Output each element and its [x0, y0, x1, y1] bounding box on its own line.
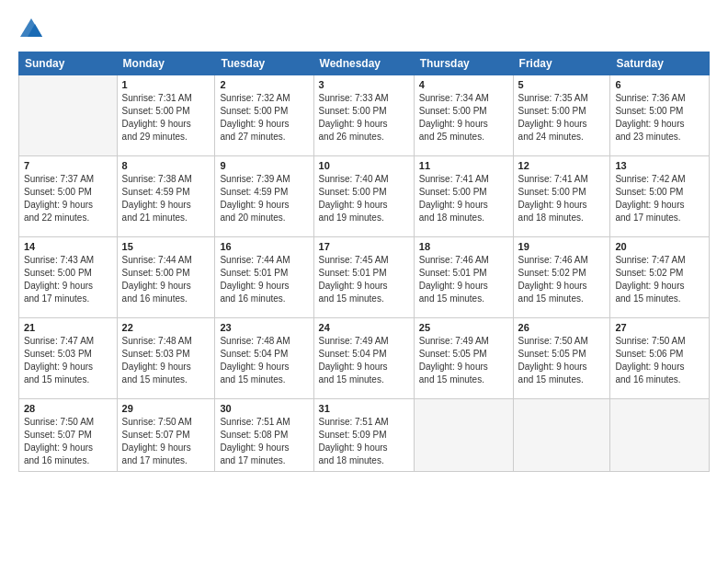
col-header-monday: Monday — [117, 52, 215, 75]
day-info: Sunrise: 7:44 AMSunset: 5:00 PMDaylight:… — [122, 254, 210, 305]
day-info: Sunrise: 7:45 AMSunset: 5:01 PMDaylight:… — [319, 254, 409, 305]
day-cell: 14Sunrise: 7:43 AMSunset: 5:00 PMDayligh… — [19, 237, 118, 318]
day-cell: 9Sunrise: 7:39 AMSunset: 4:59 PMDaylight… — [215, 156, 313, 237]
day-number: 19 — [518, 241, 606, 252]
day-cell: 21Sunrise: 7:47 AMSunset: 5:03 PMDayligh… — [19, 318, 118, 399]
day-number: 8 — [122, 160, 210, 171]
day-number: 29 — [122, 403, 210, 414]
day-info: Sunrise: 7:46 AMSunset: 5:01 PMDaylight:… — [419, 254, 508, 305]
day-number: 13 — [615, 160, 704, 171]
col-header-sunday: Sunday — [19, 52, 118, 75]
week-row-1: 1Sunrise: 7:31 AMSunset: 5:00 PMDaylight… — [19, 75, 710, 156]
day-cell: 20Sunrise: 7:47 AMSunset: 5:02 PMDayligh… — [610, 237, 710, 318]
day-number: 28 — [24, 403, 112, 414]
header-row: SundayMondayTuesdayWednesdayThursdayFrid… — [19, 52, 710, 75]
col-header-tuesday: Tuesday — [215, 52, 313, 75]
day-cell: 8Sunrise: 7:38 AMSunset: 4:59 PMDaylight… — [117, 156, 215, 237]
day-cell: 7Sunrise: 7:37 AMSunset: 5:00 PMDaylight… — [19, 156, 118, 237]
day-number: 20 — [615, 241, 704, 252]
day-info: Sunrise: 7:32 AMSunset: 5:00 PMDaylight:… — [220, 92, 308, 144]
day-number: 12 — [518, 160, 606, 171]
day-number: 10 — [319, 160, 409, 171]
day-info: Sunrise: 7:37 AMSunset: 5:00 PMDaylight:… — [24, 173, 112, 224]
day-number: 15 — [122, 241, 210, 252]
day-number: 24 — [319, 322, 409, 333]
day-cell — [19, 75, 118, 156]
day-info: Sunrise: 7:50 AMSunset: 5:07 PMDaylight:… — [122, 416, 210, 467]
day-cell: 30Sunrise: 7:51 AMSunset: 5:08 PMDayligh… — [215, 399, 313, 472]
day-number: 4 — [419, 79, 508, 90]
day-number: 14 — [24, 241, 112, 252]
day-info: Sunrise: 7:41 AMSunset: 5:00 PMDaylight:… — [518, 173, 606, 224]
day-cell: 16Sunrise: 7:44 AMSunset: 5:01 PMDayligh… — [215, 237, 313, 318]
logo-icon — [18, 17, 44, 42]
day-info: Sunrise: 7:31 AMSunset: 5:00 PMDaylight:… — [122, 92, 210, 144]
day-cell: 4Sunrise: 7:34 AMSunset: 5:00 PMDaylight… — [414, 75, 513, 156]
day-info: Sunrise: 7:38 AMSunset: 4:59 PMDaylight:… — [122, 173, 210, 224]
day-cell: 25Sunrise: 7:49 AMSunset: 5:05 PMDayligh… — [414, 318, 513, 399]
day-info: Sunrise: 7:49 AMSunset: 5:05 PMDaylight:… — [419, 335, 508, 386]
day-cell: 26Sunrise: 7:50 AMSunset: 5:05 PMDayligh… — [513, 318, 610, 399]
day-cell — [513, 399, 610, 472]
day-number: 5 — [518, 79, 606, 90]
day-cell: 29Sunrise: 7:50 AMSunset: 5:07 PMDayligh… — [117, 399, 215, 472]
day-info: Sunrise: 7:35 AMSunset: 5:00 PMDaylight:… — [518, 92, 606, 144]
day-info: Sunrise: 7:47 AMSunset: 5:02 PMDaylight:… — [615, 254, 704, 305]
page: SundayMondayTuesdayWednesdayThursdayFrid… — [0, 0, 728, 563]
day-cell: 24Sunrise: 7:49 AMSunset: 5:04 PMDayligh… — [313, 318, 414, 399]
day-info: Sunrise: 7:44 AMSunset: 5:01 PMDaylight:… — [220, 254, 308, 305]
day-number: 2 — [220, 79, 308, 90]
logo — [18, 17, 48, 42]
col-header-saturday: Saturday — [610, 52, 710, 75]
day-cell: 15Sunrise: 7:44 AMSunset: 5:00 PMDayligh… — [117, 237, 215, 318]
day-cell — [610, 399, 710, 472]
day-cell: 3Sunrise: 7:33 AMSunset: 5:00 PMDaylight… — [313, 75, 414, 156]
day-cell: 2Sunrise: 7:32 AMSunset: 5:00 PMDaylight… — [215, 75, 313, 156]
day-cell: 18Sunrise: 7:46 AMSunset: 5:01 PMDayligh… — [414, 237, 513, 318]
day-cell: 10Sunrise: 7:40 AMSunset: 5:00 PMDayligh… — [313, 156, 414, 237]
day-info: Sunrise: 7:41 AMSunset: 5:00 PMDaylight:… — [419, 173, 508, 224]
day-number: 21 — [24, 322, 112, 333]
header — [18, 17, 710, 42]
day-cell: 6Sunrise: 7:36 AMSunset: 5:00 PMDaylight… — [610, 75, 710, 156]
day-number: 3 — [319, 79, 409, 90]
day-info: Sunrise: 7:47 AMSunset: 5:03 PMDaylight:… — [24, 335, 112, 386]
day-info: Sunrise: 7:42 AMSunset: 5:00 PMDaylight:… — [615, 173, 704, 224]
day-number: 18 — [419, 241, 508, 252]
day-number: 1 — [122, 79, 210, 90]
day-info: Sunrise: 7:33 AMSunset: 5:00 PMDaylight:… — [319, 92, 409, 144]
day-info: Sunrise: 7:46 AMSunset: 5:02 PMDaylight:… — [518, 254, 606, 305]
day-cell: 28Sunrise: 7:50 AMSunset: 5:07 PMDayligh… — [19, 399, 118, 472]
day-cell: 5Sunrise: 7:35 AMSunset: 5:00 PMDaylight… — [513, 75, 610, 156]
week-row-4: 21Sunrise: 7:47 AMSunset: 5:03 PMDayligh… — [19, 318, 710, 399]
day-number: 9 — [220, 160, 308, 171]
day-info: Sunrise: 7:49 AMSunset: 5:04 PMDaylight:… — [319, 335, 409, 386]
day-number: 26 — [518, 322, 606, 333]
calendar: SundayMondayTuesdayWednesdayThursdayFrid… — [18, 52, 710, 472]
day-number: 22 — [122, 322, 210, 333]
day-info: Sunrise: 7:51 AMSunset: 5:09 PMDaylight:… — [319, 416, 409, 467]
day-cell: 1Sunrise: 7:31 AMSunset: 5:00 PMDaylight… — [117, 75, 215, 156]
week-row-3: 14Sunrise: 7:43 AMSunset: 5:00 PMDayligh… — [19, 237, 710, 318]
day-cell: 12Sunrise: 7:41 AMSunset: 5:00 PMDayligh… — [513, 156, 610, 237]
day-cell: 31Sunrise: 7:51 AMSunset: 5:09 PMDayligh… — [313, 399, 414, 472]
day-cell: 23Sunrise: 7:48 AMSunset: 5:04 PMDayligh… — [215, 318, 313, 399]
day-number: 27 — [615, 322, 704, 333]
day-cell: 17Sunrise: 7:45 AMSunset: 5:01 PMDayligh… — [313, 237, 414, 318]
day-cell: 13Sunrise: 7:42 AMSunset: 5:00 PMDayligh… — [610, 156, 710, 237]
day-cell — [414, 399, 513, 472]
day-number: 23 — [220, 322, 308, 333]
day-number: 31 — [319, 403, 409, 414]
day-info: Sunrise: 7:40 AMSunset: 5:00 PMDaylight:… — [319, 173, 409, 224]
day-info: Sunrise: 7:51 AMSunset: 5:08 PMDaylight:… — [220, 416, 308, 467]
day-info: Sunrise: 7:50 AMSunset: 5:05 PMDaylight:… — [518, 335, 606, 386]
day-number: 16 — [220, 241, 308, 252]
day-number: 7 — [24, 160, 112, 171]
col-header-thursday: Thursday — [414, 52, 513, 75]
day-number: 30 — [220, 403, 308, 414]
day-number: 25 — [419, 322, 508, 333]
day-info: Sunrise: 7:48 AMSunset: 5:03 PMDaylight:… — [122, 335, 210, 386]
day-cell: 19Sunrise: 7:46 AMSunset: 5:02 PMDayligh… — [513, 237, 610, 318]
week-row-5: 28Sunrise: 7:50 AMSunset: 5:07 PMDayligh… — [19, 399, 710, 472]
day-number: 17 — [319, 241, 409, 252]
